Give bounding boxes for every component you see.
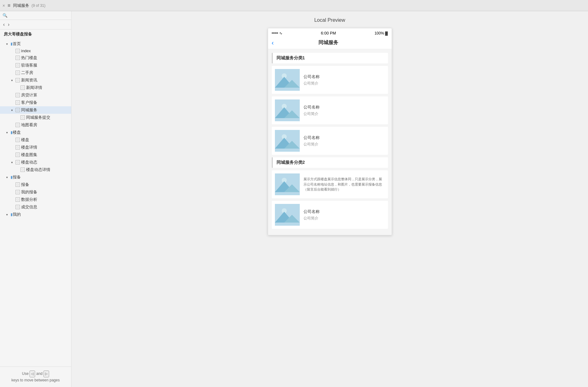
company-info: 公司名称 公司简介: [303, 135, 385, 147]
phone-nav-title: 同城服务: [276, 39, 380, 46]
sidebar-item-estates-folder[interactable]: ▾ ▮ 楼盘: [0, 129, 71, 136]
page-icon: □: [16, 93, 20, 97]
company-info: 公司名称 公司简介: [303, 209, 385, 221]
sidebar-item-report-folder[interactable]: ▾ ▮ 报备: [0, 173, 71, 181]
folder-icon: ▮: [11, 130, 13, 135]
company-thumbnail: [275, 173, 300, 195]
sidebar-item-hot-estates[interactable]: □ 热门楼盘: [0, 54, 71, 62]
sidebar-item-data-analysis[interactable]: □ 数据分析: [0, 196, 71, 203]
company-name: 公司名称: [303, 74, 385, 80]
sidebar: 🔍 ‹ › 房大哥楼盘报备 ▾ ▮ 首页 □ index □ 热门楼盘: [0, 11, 71, 387]
company-thumbnail: [275, 69, 300, 91]
company-info: 展示方式跟楼盘展示信息整体同，只是展示分类，展示公司名称地址信息，和图片，也需要…: [303, 177, 385, 192]
status-time: 6:00 PM: [321, 31, 336, 35]
sidebar-item-resident-service[interactable]: □ 驻场客服: [0, 62, 71, 69]
chevron-down-icon: ▾: [11, 79, 16, 82]
section-header-1: 同城服务分类1: [272, 53, 388, 63]
company-info: 公司名称 公司简介: [303, 74, 385, 86]
status-bar: ••••• ∿ 6:00 PM 100% ▓: [268, 28, 392, 37]
sidebar-item-mortgage-calc[interactable]: □ 房贷计算: [0, 91, 71, 99]
nav-forward-button[interactable]: ›: [7, 21, 11, 28]
sidebar-item-homepage-folder[interactable]: ▾ ▮ 首页: [0, 40, 71, 48]
sidebar-item-estate-news-detail[interactable]: □ 楼盘动态详情: [0, 166, 71, 173]
sidebar-item-report[interactable]: □ 报备: [0, 181, 71, 188]
company-desc: 公司简介: [303, 215, 385, 221]
company-thumbnail: [275, 204, 300, 226]
content-area: Local Preview ••••• ∿ 6:00 PM 100% ▓ ‹ 同…: [71, 11, 588, 387]
page-icon: □: [16, 71, 20, 75]
signal-dots: •••••: [272, 31, 278, 35]
page-icon: □: [16, 205, 20, 209]
company-card: 公司名称 公司简介: [272, 96, 388, 124]
right-key-button[interactable]: ▷: [43, 371, 49, 377]
company-desc: 公司简介: [303, 111, 385, 117]
sidebar-item-map-view[interactable]: □ 地图看房: [0, 121, 71, 129]
company-name: 公司名称: [303, 135, 385, 141]
nav-back-button[interactable]: ‹: [2, 21, 6, 28]
sidebar-item-index[interactable]: □ index: [0, 48, 71, 54]
sidebar-item-second-hand[interactable]: □ 二手房: [0, 69, 71, 76]
company-desc-long: 展示方式跟楼盘展示信息整体同，只是展示分类，展示公司名称地址信息，和图片，也需要…: [303, 177, 385, 192]
page-icon: □: [16, 78, 20, 82]
top-bar: × ≡ 同城服务 (9 of 31): [0, 0, 588, 11]
sidebar-tree: ▾ ▮ 首页 □ index □ 热门楼盘 □ 驻场客服 □: [0, 39, 71, 366]
sidebar-item-estates[interactable]: □ 楼盘: [0, 136, 71, 144]
footer-text-and: and: [36, 371, 43, 376]
search-icon: 🔍: [2, 13, 7, 18]
close-icon[interactable]: ×: [2, 3, 5, 8]
list-icon: ≡: [7, 3, 10, 8]
phone-preview: ••••• ∿ 6:00 PM 100% ▓ ‹ 同城服务 同城服务分类1: [268, 28, 392, 235]
sidebar-item-mine-folder[interactable]: ▾ ▮ 我的: [0, 211, 71, 218]
chevron-right-icon: ▾: [6, 213, 11, 216]
page-icon: □: [16, 56, 20, 60]
page-icon: □: [16, 138, 20, 142]
folder-icon: ▮: [11, 212, 13, 217]
wifi-icon: ∿: [279, 31, 282, 35]
sidebar-item-estate-gallery[interactable]: □ 楼盘图集: [0, 151, 71, 159]
sidebar-item-news-folder[interactable]: ▾ □ 新闻资讯: [0, 76, 71, 84]
sidebar-item-local-service-submit[interactable]: □ 同城服务提交: [0, 114, 71, 121]
folder-icon: ▮: [11, 175, 13, 179]
sidebar-nav-buttons: ‹ ›: [0, 20, 71, 30]
page-icon: □: [16, 153, 20, 157]
search-input[interactable]: [9, 13, 69, 18]
page-icon: □: [21, 115, 25, 120]
company-desc: 公司简介: [303, 141, 385, 147]
battery-percent: 100%: [375, 31, 384, 35]
sidebar-item-estate-news-folder[interactable]: ▾ □ 楼盘动态: [0, 159, 71, 166]
battery-icon: ▓: [385, 31, 388, 35]
search-bar[interactable]: 🔍: [0, 11, 71, 20]
company-desc: 公司简介: [303, 81, 385, 86]
top-bar-title: 同城服务: [13, 3, 29, 8]
sidebar-item-customer-report[interactable]: □ 客户报备: [0, 99, 71, 106]
page-icon: □: [16, 190, 20, 194]
phone-back-button[interactable]: ‹: [272, 39, 274, 46]
page-icon: □: [16, 108, 20, 112]
company-card-long: 展示方式跟楼盘展示信息整体同，只是展示分类，展示公司名称地址信息，和图片，也需要…: [272, 170, 388, 198]
phone-nav-bar: ‹ 同城服务: [268, 37, 392, 49]
footer-text-use: Use: [22, 371, 29, 376]
company-card: 公司名称 公司简介: [272, 66, 388, 94]
sidebar-item-news-detail[interactable]: □ 新闻详情: [0, 84, 71, 91]
chevron-down-icon: ▾: [6, 42, 11, 46]
sidebar-item-estate-detail[interactable]: □ 楼盘详情: [0, 144, 71, 151]
company-thumbnail: [275, 99, 300, 121]
chevron-down-icon: ▾: [11, 161, 16, 164]
company-name: 公司名称: [303, 209, 385, 214]
sidebar-footer: Use ◁ and ▷ keys to move between pages: [0, 366, 71, 387]
page-icon: □: [16, 145, 20, 150]
chevron-down-icon: ▾: [11, 108, 16, 112]
top-bar-page-info: (9 of 31): [32, 3, 46, 8]
sidebar-item-my-report[interactable]: □ 我的报备: [0, 188, 71, 196]
page-icon: □: [16, 49, 20, 53]
company-name: 公司名称: [303, 104, 385, 110]
section-header-2: 同城服务分类2: [272, 157, 388, 168]
sidebar-item-local-service-folder[interactable]: ▾ □ 同城服务: [0, 106, 71, 114]
page-icon: □: [16, 100, 20, 105]
sidebar-item-transaction-info[interactable]: □ 成交信息: [0, 203, 71, 211]
company-thumbnail: [275, 130, 300, 152]
page-icon: □: [21, 168, 25, 172]
page-icon: □: [16, 182, 20, 187]
chevron-down-icon: ▾: [6, 131, 11, 134]
left-key-button[interactable]: ◁: [30, 371, 35, 377]
